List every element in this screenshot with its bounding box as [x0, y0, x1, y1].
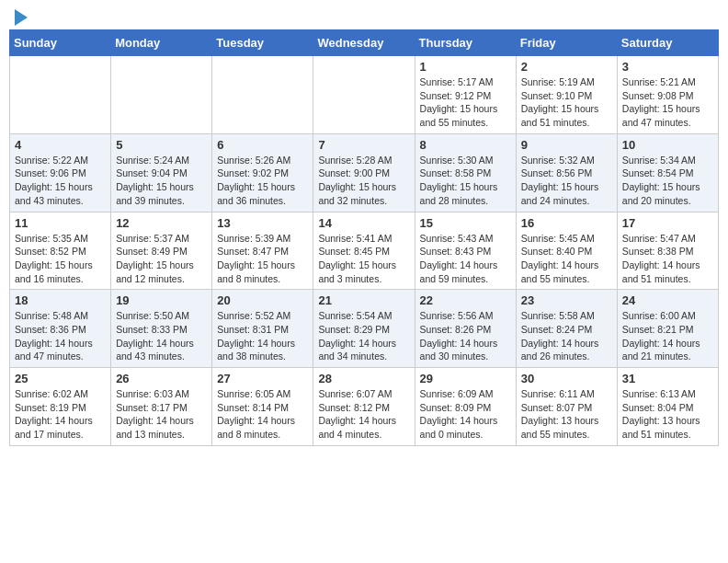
calendar-cell: 23Sunrise: 5:58 AMSunset: 8:24 PMDayligh… [516, 290, 617, 368]
header [9, 9, 719, 22]
calendar-cell: 1Sunrise: 5:17 AMSunset: 9:12 PMDaylight… [415, 56, 516, 134]
calendar-cell: 22Sunrise: 5:56 AMSunset: 8:26 PMDayligh… [415, 290, 516, 368]
calendar-cell [313, 56, 415, 134]
calendar-header-wednesday: Wednesday [313, 30, 415, 56]
day-info: Sunrise: 5:22 AMSunset: 9:06 PMDaylight:… [15, 154, 106, 208]
day-number: 7 [318, 138, 409, 152]
logo-icon [15, 9, 28, 26]
day-number: 1 [420, 60, 511, 74]
calendar-table: SundayMondayTuesdayWednesdayThursdayFrid… [9, 29, 719, 446]
day-number: 17 [622, 216, 713, 230]
day-info: Sunrise: 5:47 AMSunset: 8:38 PMDaylight:… [622, 232, 713, 286]
calendar-cell: 21Sunrise: 5:54 AMSunset: 8:29 PMDayligh… [313, 290, 415, 368]
day-info: Sunrise: 5:37 AMSunset: 8:49 PMDaylight:… [116, 232, 207, 286]
day-number: 19 [116, 293, 207, 307]
day-number: 3 [622, 60, 713, 74]
day-number: 12 [116, 216, 207, 230]
calendar-week-row: 25Sunrise: 6:02 AMSunset: 8:19 PMDayligh… [10, 368, 719, 446]
day-info: Sunrise: 5:24 AMSunset: 9:04 PMDaylight:… [116, 154, 207, 208]
day-info: Sunrise: 5:58 AMSunset: 8:24 PMDaylight:… [521, 309, 612, 363]
day-number: 2 [521, 60, 612, 74]
calendar-cell [10, 56, 111, 134]
day-info: Sunrise: 6:13 AMSunset: 8:04 PMDaylight:… [622, 387, 713, 442]
calendar-cell: 4Sunrise: 5:22 AMSunset: 9:06 PMDaylight… [10, 133, 111, 212]
day-info: Sunrise: 5:48 AMSunset: 8:36 PMDaylight:… [15, 309, 106, 363]
calendar-cell: 19Sunrise: 5:50 AMSunset: 8:33 PMDayligh… [111, 290, 212, 368]
calendar-cell: 5Sunrise: 5:24 AMSunset: 9:04 PMDaylight… [111, 133, 212, 212]
day-number: 8 [420, 138, 511, 152]
calendar-cell: 10Sunrise: 5:34 AMSunset: 8:54 PMDayligh… [617, 133, 718, 212]
calendar-cell: 30Sunrise: 6:11 AMSunset: 8:07 PMDayligh… [516, 368, 617, 446]
day-info: Sunrise: 5:56 AMSunset: 8:26 PMDaylight:… [420, 309, 511, 363]
day-number: 10 [622, 138, 713, 152]
day-number: 23 [521, 293, 612, 307]
day-info: Sunrise: 6:00 AMSunset: 8:21 PMDaylight:… [622, 309, 713, 363]
calendar-cell: 31Sunrise: 6:13 AMSunset: 8:04 PMDayligh… [617, 368, 718, 446]
calendar-cell: 12Sunrise: 5:37 AMSunset: 8:49 PMDayligh… [111, 212, 212, 290]
day-info: Sunrise: 6:11 AMSunset: 8:07 PMDaylight:… [521, 387, 612, 442]
calendar-cell: 14Sunrise: 5:41 AMSunset: 8:45 PMDayligh… [313, 212, 415, 290]
day-info: Sunrise: 5:28 AMSunset: 9:00 PMDaylight:… [318, 154, 409, 208]
day-info: Sunrise: 5:50 AMSunset: 8:33 PMDaylight:… [116, 309, 207, 363]
day-info: Sunrise: 5:41 AMSunset: 8:45 PMDaylight:… [318, 232, 409, 286]
calendar-cell: 24Sunrise: 6:00 AMSunset: 8:21 PMDayligh… [617, 290, 718, 368]
calendar-header-row: SundayMondayTuesdayWednesdayThursdayFrid… [10, 30, 719, 56]
day-number: 11 [15, 216, 106, 230]
calendar-cell: 29Sunrise: 6:09 AMSunset: 8:09 PMDayligh… [415, 368, 516, 446]
calendar-week-row: 4Sunrise: 5:22 AMSunset: 9:06 PMDaylight… [10, 133, 719, 212]
calendar-cell: 15Sunrise: 5:43 AMSunset: 8:43 PMDayligh… [415, 212, 516, 290]
day-info: Sunrise: 5:39 AMSunset: 8:47 PMDaylight:… [217, 232, 308, 286]
calendar-cell [111, 56, 212, 134]
day-info: Sunrise: 6:07 AMSunset: 8:12 PMDaylight:… [318, 387, 409, 442]
calendar-header-sunday: Sunday [10, 30, 111, 56]
day-number: 16 [521, 216, 612, 230]
day-info: Sunrise: 5:19 AMSunset: 9:10 PMDaylight:… [521, 75, 612, 130]
day-number: 28 [318, 372, 409, 385]
calendar-header-monday: Monday [111, 30, 212, 56]
day-number: 15 [420, 216, 511, 230]
day-info: Sunrise: 5:34 AMSunset: 8:54 PMDaylight:… [622, 154, 713, 208]
day-number: 14 [318, 216, 409, 230]
day-info: Sunrise: 5:35 AMSunset: 8:52 PMDaylight:… [15, 232, 106, 286]
day-number: 5 [116, 138, 207, 152]
calendar-cell: 11Sunrise: 5:35 AMSunset: 8:52 PMDayligh… [10, 212, 111, 290]
calendar-cell: 9Sunrise: 5:32 AMSunset: 8:56 PMDaylight… [516, 133, 617, 212]
calendar-cell: 25Sunrise: 6:02 AMSunset: 8:19 PMDayligh… [10, 368, 111, 446]
day-number: 30 [521, 372, 612, 385]
calendar-cell: 18Sunrise: 5:48 AMSunset: 8:36 PMDayligh… [10, 290, 111, 368]
calendar-cell: 26Sunrise: 6:03 AMSunset: 8:17 PMDayligh… [111, 368, 212, 446]
calendar-cell: 20Sunrise: 5:52 AMSunset: 8:31 PMDayligh… [212, 290, 313, 368]
logo [13, 9, 28, 22]
calendar-cell: 2Sunrise: 5:19 AMSunset: 9:10 PMDaylight… [516, 56, 617, 134]
day-number: 21 [318, 293, 409, 307]
calendar-cell: 13Sunrise: 5:39 AMSunset: 8:47 PMDayligh… [212, 212, 313, 290]
day-info: Sunrise: 5:45 AMSunset: 8:40 PMDaylight:… [521, 232, 612, 286]
calendar-cell: 6Sunrise: 5:26 AMSunset: 9:02 PMDaylight… [212, 133, 313, 212]
day-info: Sunrise: 6:03 AMSunset: 8:17 PMDaylight:… [116, 387, 207, 442]
day-info: Sunrise: 5:32 AMSunset: 8:56 PMDaylight:… [521, 154, 612, 208]
calendar-header-tuesday: Tuesday [212, 30, 313, 56]
day-number: 20 [217, 293, 308, 307]
day-info: Sunrise: 5:21 AMSunset: 9:08 PMDaylight:… [622, 75, 713, 130]
day-info: Sunrise: 5:54 AMSunset: 8:29 PMDaylight:… [318, 309, 409, 363]
day-info: Sunrise: 6:02 AMSunset: 8:19 PMDaylight:… [15, 387, 106, 442]
day-number: 6 [217, 138, 308, 152]
day-number: 13 [217, 216, 308, 230]
day-info: Sunrise: 6:05 AMSunset: 8:14 PMDaylight:… [217, 387, 308, 442]
day-number: 18 [15, 293, 106, 307]
calendar-cell: 3Sunrise: 5:21 AMSunset: 9:08 PMDaylight… [617, 56, 718, 134]
day-number: 22 [420, 293, 511, 307]
day-info: Sunrise: 5:43 AMSunset: 8:43 PMDaylight:… [420, 232, 511, 286]
calendar-cell: 7Sunrise: 5:28 AMSunset: 9:00 PMDaylight… [313, 133, 415, 212]
calendar-week-row: 11Sunrise: 5:35 AMSunset: 8:52 PMDayligh… [10, 212, 719, 290]
day-info: Sunrise: 6:09 AMSunset: 8:09 PMDaylight:… [420, 387, 511, 442]
day-info: Sunrise: 5:52 AMSunset: 8:31 PMDaylight:… [217, 309, 308, 363]
calendar-header-thursday: Thursday [415, 30, 516, 56]
calendar-week-row: 18Sunrise: 5:48 AMSunset: 8:36 PMDayligh… [10, 290, 719, 368]
calendar-header-saturday: Saturday [617, 30, 718, 56]
calendar-cell: 16Sunrise: 5:45 AMSunset: 8:40 PMDayligh… [516, 212, 617, 290]
calendar-cell: 8Sunrise: 5:30 AMSunset: 8:58 PMDaylight… [415, 133, 516, 212]
day-number: 27 [217, 372, 308, 385]
day-info: Sunrise: 5:26 AMSunset: 9:02 PMDaylight:… [217, 154, 308, 208]
day-info: Sunrise: 5:30 AMSunset: 8:58 PMDaylight:… [420, 154, 511, 208]
